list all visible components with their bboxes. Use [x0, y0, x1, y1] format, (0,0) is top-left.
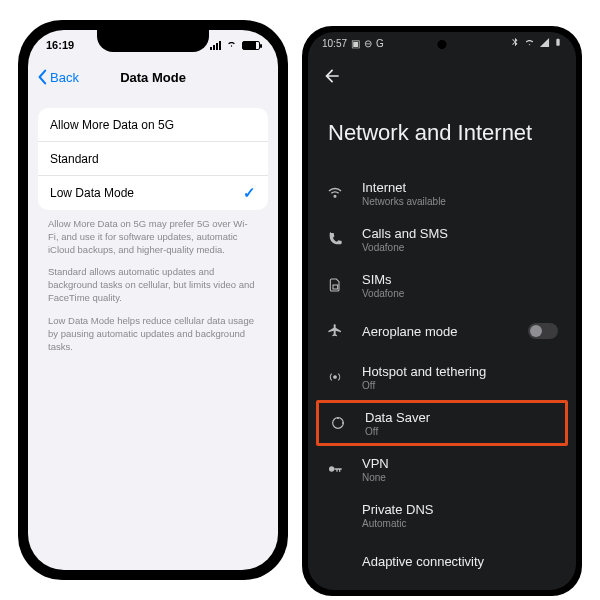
svg-point-3	[333, 418, 344, 429]
option-allow-more-data-5g[interactable]: Allow More Data on 5G	[38, 108, 268, 142]
settings-list: Internet Networks available Calls and SM…	[308, 170, 576, 590]
aeroplane-mode-toggle[interactable]	[528, 323, 558, 339]
item-label: Aeroplane mode	[362, 324, 512, 339]
android-camera-punchhole	[438, 40, 447, 49]
item-label: VPN	[362, 456, 558, 471]
item-subtitle: Vodafone	[362, 242, 558, 253]
item-label: Hotspot and tethering	[362, 364, 558, 379]
cellular-signal-icon	[210, 41, 221, 50]
data-saver-icon	[327, 415, 349, 431]
option-label: Standard	[50, 152, 99, 166]
back-button[interactable]: Back	[36, 60, 79, 94]
option-low-data-mode[interactable]: Low Data Mode ✓	[38, 176, 268, 210]
page-title: Data Mode	[120, 70, 186, 85]
options-description: Allow More Data on 5G may prefer 5G over…	[48, 218, 258, 363]
item-subtitle: Off	[362, 380, 558, 391]
item-label: Private DNS	[362, 502, 558, 517]
vpn-key-icon	[324, 461, 346, 477]
item-subtitle: Vodafone	[362, 288, 558, 299]
bluetooth-icon	[510, 37, 520, 49]
android-screen: 10:57 ▣ ⊖ G	[308, 32, 576, 590]
svg-point-2	[334, 376, 337, 379]
airplane-icon	[324, 323, 346, 339]
option-label: Allow More Data on 5G	[50, 118, 174, 132]
item-label: Adaptive connectivity	[362, 554, 558, 569]
label-g: G	[376, 38, 384, 49]
ios-status-time: 16:19	[46, 39, 74, 51]
svg-rect-1	[333, 285, 338, 289]
settings-item-sims[interactable]: SIMs Vodafone	[308, 262, 576, 308]
back-button[interactable]	[322, 66, 342, 90]
phone-message-icon	[324, 231, 346, 247]
back-label: Back	[50, 70, 79, 85]
battery-icon	[242, 41, 260, 50]
wifi-icon	[324, 185, 346, 201]
item-label: SIMs	[362, 272, 558, 287]
item-subtitle: Networks available	[362, 196, 558, 207]
iphone-device-frame: 16:19 Back Data Mode Allow Mo	[18, 20, 288, 580]
sim-card-icon	[324, 277, 346, 293]
page-title: Network and Internet	[328, 120, 532, 146]
settings-item-adaptive-connectivity[interactable]: Adaptive connectivity	[308, 538, 576, 584]
android-status-time: 10:57	[322, 38, 347, 49]
description-p3: Low Data Mode helps reduce cellular data…	[48, 315, 258, 353]
description-p2: Standard allows automatic updates and ba…	[48, 266, 258, 304]
description-p1: Allow More Data on 5G may prefer 5G over…	[48, 218, 258, 256]
chevron-left-icon	[36, 69, 48, 85]
ios-navigation-bar: Back Data Mode	[28, 60, 278, 94]
checkmark-icon: ✓	[243, 184, 256, 202]
settings-item-calls-sms[interactable]: Calls and SMS Vodafone	[308, 216, 576, 262]
data-mode-options-list: Allow More Data on 5G Standard Low Data …	[38, 108, 268, 210]
settings-item-internet[interactable]: Internet Networks available	[308, 170, 576, 216]
item-label: Data Saver	[365, 410, 555, 425]
screenshot-icon: ▣	[351, 38, 360, 49]
wifi-icon	[225, 39, 238, 51]
item-label: Calls and SMS	[362, 226, 558, 241]
settings-item-data-saver[interactable]: Data Saver Off	[316, 400, 568, 446]
item-subtitle: None	[362, 472, 558, 483]
item-subtitle: Automatic	[362, 518, 558, 529]
battery-icon	[554, 36, 562, 50]
item-label: Internet	[362, 180, 558, 195]
iphone-notch	[97, 30, 209, 52]
ios-screen: 16:19 Back Data Mode Allow Mo	[28, 30, 278, 570]
option-standard[interactable]: Standard	[38, 142, 268, 176]
settings-item-hotspot[interactable]: Hotspot and tethering Off	[308, 354, 576, 400]
option-label: Low Data Mode	[50, 186, 134, 200]
hotspot-icon	[324, 369, 346, 385]
wifi-icon	[524, 37, 535, 50]
svg-point-4	[329, 466, 334, 471]
cellular-signal-icon	[539, 37, 550, 50]
android-device-frame: 10:57 ▣ ⊖ G	[302, 26, 582, 596]
settings-item-aeroplane-mode[interactable]: Aeroplane mode	[308, 308, 576, 354]
item-subtitle: Off	[365, 426, 555, 437]
settings-item-vpn[interactable]: VPN None	[308, 446, 576, 492]
arrow-left-icon	[322, 66, 342, 86]
do-not-disturb-icon: ⊖	[364, 38, 372, 49]
svg-point-0	[334, 195, 336, 197]
settings-item-private-dns[interactable]: Private DNS Automatic	[308, 492, 576, 538]
